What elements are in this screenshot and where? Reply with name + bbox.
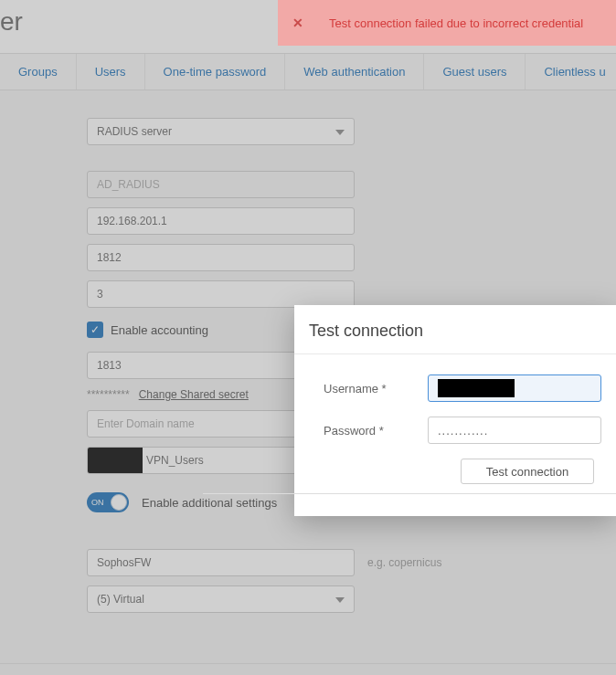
toggle-knob bbox=[111, 494, 127, 511]
timeout-input[interactable]: 3 bbox=[87, 280, 355, 308]
timeout-value: 3 bbox=[97, 288, 103, 301]
server-type-select[interactable]: RADIUS server bbox=[87, 118, 355, 145]
nas-port-type-select[interactable]: (5) Virtual bbox=[87, 585, 355, 613]
redacted-prefix bbox=[88, 448, 143, 473]
modal-divider bbox=[203, 493, 616, 494]
server-name-value: AD_RADIUS bbox=[97, 178, 160, 191]
tab-otp[interactable]: One-time password bbox=[145, 54, 286, 90]
change-shared-secret-link[interactable]: Change Shared secret bbox=[139, 388, 249, 401]
redacted-username bbox=[438, 379, 515, 397]
password-value: ............ bbox=[438, 424, 488, 438]
server-ip-value: 192.168.201.1 bbox=[97, 215, 167, 227]
modal-title: Test connection bbox=[294, 305, 616, 354]
username-label: Username * bbox=[324, 382, 428, 396]
checkmark-icon: ✓ bbox=[90, 323, 100, 336]
nas-identifier-input[interactable]: SophosFW bbox=[87, 549, 355, 576]
server-ip-input[interactable]: 192.168.201.1 bbox=[87, 207, 355, 235]
group-suffix: VPN_Users bbox=[143, 454, 204, 467]
tab-groups[interactable]: Groups bbox=[0, 54, 77, 90]
tab-clientless[interactable]: Clientless u bbox=[526, 54, 616, 90]
server-name-input: AD_RADIUS bbox=[87, 171, 355, 198]
nas-hint: e.g. copernicus bbox=[367, 556, 441, 569]
auth-port-value: 1812 bbox=[97, 251, 122, 264]
shared-secret-mask: ********** bbox=[87, 388, 130, 401]
test-connection-button[interactable]: Test connection bbox=[461, 459, 594, 484]
username-input[interactable] bbox=[428, 374, 601, 402]
nas-id-value: SophosFW bbox=[97, 556, 151, 569]
password-label: Password * bbox=[324, 424, 428, 438]
tab-users[interactable]: Users bbox=[77, 54, 145, 90]
tab-guest[interactable]: Guest users bbox=[424, 54, 526, 90]
test-connection-modal: Test connection Username * Password * ..… bbox=[294, 305, 616, 516]
auth-port-input[interactable]: 1812 bbox=[87, 244, 355, 271]
additional-settings-toggle[interactable]: ON bbox=[87, 492, 129, 512]
accounting-port-value: 1813 bbox=[97, 359, 122, 372]
error-banner: ✕ Test connection failed due to incorrec… bbox=[278, 0, 616, 46]
close-icon[interactable]: ✕ bbox=[292, 16, 303, 30]
tabs-bar: Groups Users One-time password Web authe… bbox=[0, 53, 616, 90]
nas-port-type-value: (5) Virtual bbox=[97, 593, 144, 606]
password-input[interactable]: ............ bbox=[428, 417, 601, 444]
enable-accounting-checkbox[interactable]: ✓ bbox=[87, 322, 103, 338]
enable-accounting-label: Enable accounting bbox=[111, 323, 208, 337]
server-type-value: RADIUS server bbox=[97, 125, 172, 138]
error-message: Test connection failed due to incorrect … bbox=[329, 16, 583, 30]
domain-placeholder: Enter Domain name bbox=[97, 417, 195, 430]
section-divider bbox=[0, 663, 616, 664]
toggle-on-label: ON bbox=[87, 498, 104, 507]
additional-settings-label: Enable additional settings bbox=[142, 496, 277, 510]
tab-webauth[interactable]: Web authentication bbox=[285, 54, 424, 90]
